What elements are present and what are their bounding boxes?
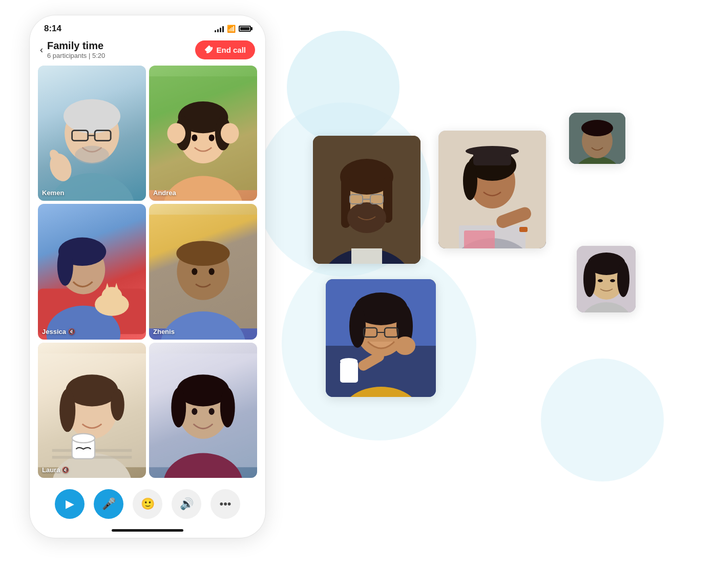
more-button[interactable]: ••• [211,489,240,519]
participant-label-kemen: Kemen [42,189,64,197]
laura-avatar [38,343,146,478]
kemen-avatar [38,66,146,201]
end-call-label: End call [216,46,246,54]
andrea-avatar [149,66,257,201]
svg-rect-75 [464,230,495,248]
svg-point-3 [64,99,120,134]
svg-point-28 [101,287,122,305]
video-tile-laura: Laura 🔇 [38,343,146,478]
video-tile-zhenis: Zhenis [149,204,257,339]
signal-bars-icon [215,25,224,32]
float-tile-woman-laptop [438,131,546,248]
speaker-icon: 🔊 [180,497,194,511]
svg-point-89 [340,358,358,364]
svg-marker-29 [105,283,110,290]
phone-mockup: 8:14 📶 ‹ Family time 6 participants | 5:… [30,15,265,538]
svg-point-37 [209,268,215,275]
svg-point-54 [171,387,186,427]
call-subtitle: 6 participants | 5:20 [47,52,105,59]
end-call-button[interactable]: ☎ End call [195,40,255,59]
svg-point-17 [167,123,186,143]
small-1-svg [569,113,625,164]
svg-point-110 [598,279,603,282]
floating-tiles [285,0,715,588]
video-tile-kemen: Kemen [38,66,146,201]
toolbar: ▶ 🎤 🙂 🔊 ••• [30,484,265,529]
participant-label-jessica: Jessica 🔇 [42,328,75,335]
call-header: ‹ Family time 6 participants | 5:20 ☎ En… [30,38,265,66]
svg-point-19 [192,134,197,141]
bearded-man-svg [313,136,420,264]
participant-label-zhenis: Zhenis [153,328,175,335]
speaker-button[interactable]: 🔊 [172,489,201,519]
svg-point-46 [111,389,124,421]
svg-point-66 [347,202,386,233]
status-time: 8:14 [44,24,61,34]
svg-point-57 [209,408,215,414]
video-grid: Kemen [30,66,265,484]
mic-icon: 🎤 [102,497,116,511]
svg-point-20 [209,134,215,141]
svg-point-97 [395,337,415,355]
svg-point-108 [583,261,596,297]
video-button[interactable]: ▶ [55,489,85,519]
call-info: ‹ Family time 6 participants | 5:20 [40,40,105,59]
home-indicator [112,529,183,532]
float-tile-laughing-woman [326,279,436,397]
svg-point-7 [75,146,109,164]
float-tile-small-2 [577,246,636,312]
emoji-button[interactable]: 🙂 [133,489,162,519]
float-tile-bearded-man [313,136,420,264]
svg-point-36 [192,268,197,275]
svg-point-26 [57,246,73,286]
status-icons: 📶 [215,25,251,33]
svg-rect-61 [351,248,382,264]
end-call-phone-icon: ☎ [203,44,215,55]
svg-point-45 [59,389,75,432]
svg-point-92 [349,305,366,348]
back-button[interactable]: ‹ [40,45,43,55]
battery-icon [239,26,251,32]
svg-point-18 [221,123,239,143]
last-avatar [149,343,257,478]
mute-icon-laura: 🔇 [62,467,69,473]
jessica-avatar [38,204,146,339]
wifi-icon: 📶 [227,25,236,33]
svg-point-55 [220,387,235,427]
mute-icon-jessica: 🔇 [68,328,75,335]
small-2-svg [577,246,636,312]
video-tile-jessica: Jessica 🔇 [38,204,146,339]
zhenis-avatar [149,204,257,339]
laughing-woman-svg [326,279,436,397]
float-tile-small-1 [569,113,625,164]
participant-label-andrea: Andrea [153,189,176,197]
participant-label-laura: Laura 🔇 [42,466,69,474]
svg-point-111 [610,279,615,282]
svg-point-56 [192,408,197,414]
svg-point-80 [466,146,519,156]
video-tile-last [149,343,257,478]
emoji-icon: 🙂 [141,497,155,511]
call-title: Family time [47,40,105,52]
more-icon: ••• [219,497,231,511]
mic-button[interactable]: 🎤 [94,489,123,519]
video-icon: ▶ [66,497,74,511]
video-tile-andrea: Andrea [149,66,257,201]
svg-marker-30 [114,283,119,290]
woman-laptop-svg [438,131,546,248]
svg-rect-88 [340,361,358,383]
svg-point-102 [581,120,613,136]
svg-point-35 [176,241,229,266]
svg-point-48 [72,433,95,443]
svg-point-78 [463,161,477,200]
status-bar: 8:14 📶 [30,15,265,38]
svg-rect-82 [519,227,528,232]
svg-point-109 [617,261,629,297]
